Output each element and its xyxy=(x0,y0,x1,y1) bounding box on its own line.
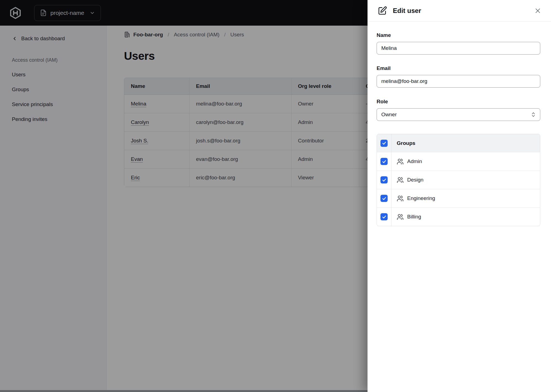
groups-header-check-cell xyxy=(377,134,391,152)
group-check-cell xyxy=(377,152,391,171)
edit-user-drawer: Edit user Name Email Role Owner xyxy=(368,0,551,392)
groups-select-all-checkbox[interactable] xyxy=(380,140,388,147)
role-select-value: Owner xyxy=(381,112,397,118)
email-field[interactable] xyxy=(377,75,540,88)
drawer-title: Edit user xyxy=(393,7,421,15)
group-row-admin: Admin xyxy=(377,152,540,171)
groups-header-label: Groups xyxy=(397,140,415,146)
group-checkbox-admin[interactable] xyxy=(380,158,388,165)
group-check-cell xyxy=(377,208,391,226)
group-check-cell xyxy=(377,171,391,189)
groups-header-row: Groups xyxy=(377,134,540,152)
group-checkbox-design[interactable] xyxy=(380,176,388,183)
role-select[interactable]: Owner xyxy=(377,108,540,121)
select-chevrons-icon xyxy=(531,111,536,118)
name-field[interactable] xyxy=(377,42,540,55)
app-window: project-name Back to dashboard Access co… xyxy=(0,0,551,392)
email-field-label: Email xyxy=(377,65,540,72)
groups-selection-table: Groups xyxy=(377,134,540,226)
group-label: Engineering xyxy=(407,195,435,201)
role-field-label: Role xyxy=(377,98,540,105)
drawer-body: Name Email Role Owner xyxy=(368,21,551,226)
group-row-design: Design xyxy=(377,171,540,189)
group-label: Billing xyxy=(407,214,421,220)
email-field-group: Email xyxy=(377,65,540,88)
group-check-cell xyxy=(377,189,391,207)
users-icon xyxy=(397,213,404,220)
group-row-billing: Billing xyxy=(377,207,540,226)
users-icon xyxy=(397,195,404,202)
drawer-header: Edit user xyxy=(368,0,551,21)
edit-icon xyxy=(378,6,387,15)
group-label: Design xyxy=(407,177,423,183)
close-icon[interactable] xyxy=(534,7,542,15)
users-icon xyxy=(397,158,404,165)
group-checkbox-engineering[interactable] xyxy=(380,195,388,202)
group-row-engineering: Engineering xyxy=(377,189,540,207)
name-field-group: Name xyxy=(377,32,540,55)
name-field-label: Name xyxy=(377,32,540,39)
users-icon xyxy=(397,177,404,183)
role-field-group: Role Owner xyxy=(377,98,540,121)
group-label: Admin xyxy=(407,158,422,164)
group-checkbox-billing[interactable] xyxy=(380,213,388,220)
